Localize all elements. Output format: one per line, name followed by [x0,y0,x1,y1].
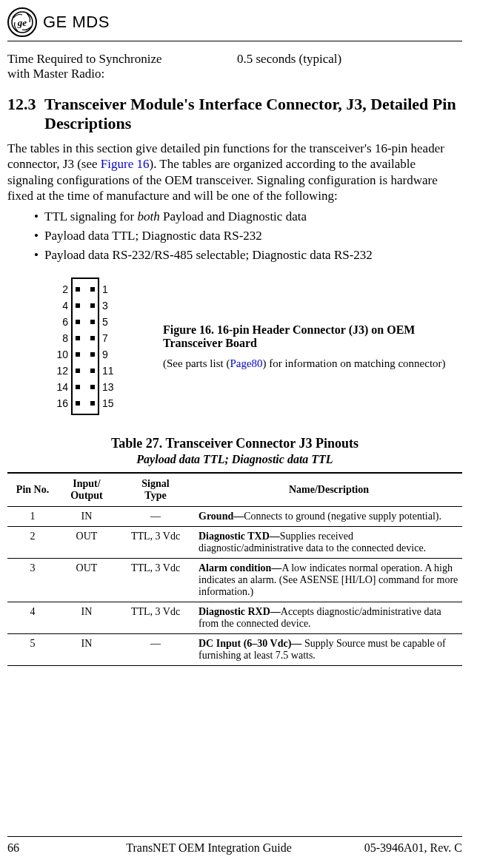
spec-row: Time Required to Synchronize with Master… [7,52,462,81]
th-sig: Signal Type [116,473,196,507]
table-row: 4 IN TTL, 3 Vdc Diagnostic RXD—Accepts d… [7,602,462,634]
cell-desc: Diagnostic TXD—Supplies received diagnos… [196,527,462,559]
spec-value: 0.5 seconds (typical) [237,52,341,81]
row-name: Diagnostic RXD— [199,606,281,617]
doc-title: TransNET OEM Integration Guide [74,841,344,855]
pin-4: 4 [53,297,68,314]
figure-note-a: (See parts list ( [163,357,230,369]
table-subtitle: Payload data TTL; Diagnostic data TTL [7,453,462,466]
row-name: Ground— [199,511,244,522]
cell-io: IN [58,634,116,666]
cell-sig: — [116,507,196,527]
table-row: 1 IN — Ground—Connects to ground (negati… [7,507,462,527]
brand-mds: MDS [72,13,109,31]
row-name: DC Input (6–30 Vdc)— [199,638,304,649]
pin-7: 7 [102,330,117,346]
cell-pin: 4 [7,602,58,634]
pin-9: 9 [102,346,117,363]
spec-label: Time Required to Synchronize with Master… [7,52,237,81]
brand-ge: GE [43,13,67,31]
spec-label-line1: Time Required to Synchronize [7,52,162,66]
bullet1-italic: both [137,209,159,223]
cell-desc: DC Input (6–30 Vdc)— Supply Source must … [196,634,462,666]
bullet-item-1: TTL signaling for both Payload and Diagn… [34,209,462,224]
spec-label-line2: with Master Radio: [7,67,104,81]
ge-logo-icon: ge [7,7,37,37]
table-row: 2 OUT TTL, 3 Vdc Diagnostic TXD—Supplies… [7,527,462,559]
cell-sig: — [116,634,196,666]
cell-pin: 2 [7,527,58,559]
page: ge GE MDS Time Required to Synchronize w… [0,0,477,868]
row-desc: Connects to ground (negative supply pote… [244,511,441,522]
row-name: Diagnostic TXD— [199,531,280,542]
figure-link[interactable]: Figure 16 [101,157,150,171]
bullet-item-3: Payload data RS-232/RS-485 selectable; D… [34,248,462,263]
pin-2: 2 [53,281,68,297]
page-header: ge GE MDS [7,7,462,41]
pin-5: 5 [102,314,117,330]
bullet1-b: Payload and Diagnostic data [160,209,307,223]
cell-sig: TTL, 3 Vdc [116,602,196,634]
brand-text: GE MDS [43,13,110,32]
section-number: 12.3 [7,95,44,133]
cell-pin: 3 [7,559,58,602]
bullet-item-2: Payload data TTL; Diagnostic data RS-232 [34,229,462,243]
figure-note: (See parts list (Page80) for information… [163,357,462,370]
cell-pin: 5 [7,634,58,666]
bullet-list: TTL signaling for both Payload and Diagn… [7,209,462,263]
pinout-table: Pin No. Input/ Output Signal Type Name/D… [7,472,462,666]
pin-1: 1 [102,281,117,297]
connector-diagram: 2 4 6 8 10 12 14 16 [7,277,163,415]
pin-12: 12 [53,363,68,379]
pin-13: 13 [102,379,117,395]
cell-desc: Diagnostic RXD—Accepts diagnostic/admini… [196,602,462,634]
cell-sig: TTL, 3 Vdc [116,559,196,602]
page-link[interactable]: Page80 [230,357,262,369]
table-header-row: Pin No. Input/ Output Signal Type Name/D… [7,473,462,507]
table-title: Table 27. Transceiver Connector J3 Pinou… [7,436,462,451]
figure-title: Figure 16. 16-pin Header Connector (J3) … [163,323,462,350]
th-io: Input/ Output [58,473,116,507]
intro-paragraph: The tables in this section give detailed… [7,141,462,203]
table-row: 5 IN — DC Input (6–30 Vdc)— Supply Sourc… [7,634,462,666]
page-footer: 66 TransNET OEM Integration Guide 05-394… [7,836,462,855]
pin-11: 11 [102,363,117,379]
row-name: Alarm condition— [199,562,281,573]
cell-io: IN [58,602,116,634]
cell-pin: 1 [7,507,58,527]
pin-3: 3 [102,297,117,314]
svg-text:ge: ge [17,17,27,28]
pin-8: 8 [53,330,68,346]
cell-desc: Ground—Connects to ground (negative supp… [196,507,462,527]
doc-rev: 05-3946A01, Rev. C [344,841,462,855]
section-title: Transceiver Module's Interface Connector… [44,95,462,133]
cell-io: OUT [58,527,116,559]
figure-row: 2 4 6 8 10 12 14 16 [7,277,462,415]
table-row: 3 OUT TTL, 3 Vdc Alarm condition—A low i… [7,559,462,602]
th-desc: Name/Description [196,473,462,507]
figure-caption: Figure 16. 16-pin Header Connector (J3) … [163,323,462,370]
pin-numbers-right: 1 3 5 7 9 11 13 15 [102,281,117,411]
pin-16: 16 [53,395,68,411]
pin-numbers-left: 2 4 6 8 10 12 14 16 [53,281,68,411]
cell-io: OUT [58,559,116,602]
cell-desc: Alarm condition—A low indicates normal o… [196,559,462,602]
figure-note-b: ) for information on matching connector) [263,357,446,369]
section-heading: 12.3 Transceiver Module's Interface Conn… [7,95,462,133]
pin-15: 15 [102,395,117,411]
pin-14: 14 [53,379,68,395]
cell-sig: TTL, 3 Vdc [116,527,196,559]
page-number: 66 [7,841,74,855]
bullet1-a: TTL signaling for [44,209,137,223]
pin-6: 6 [53,314,68,330]
cell-io: IN [58,507,116,527]
pin-10: 10 [53,346,68,363]
th-pin: Pin No. [7,473,58,507]
connector-box [71,277,99,415]
